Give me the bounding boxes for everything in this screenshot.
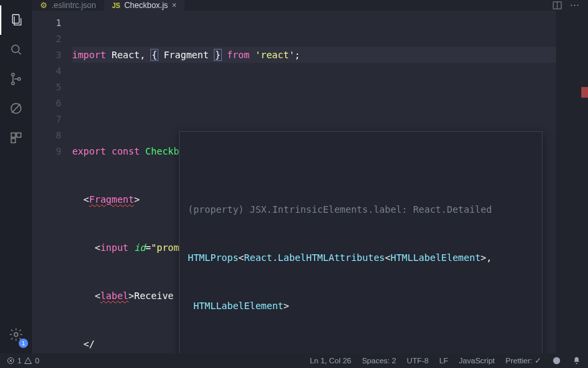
tab-checkbox[interactable]: JS Checkbox.js × (104, 0, 185, 11)
svg-point-11 (571, 5, 572, 6)
source-control-icon[interactable] (0, 64, 32, 94)
error-marker[interactable] (581, 87, 588, 98)
svg-point-9 (14, 333, 18, 337)
hover-tooltip: (property) JSX.IntrinsicElements.label: … (179, 131, 543, 368)
prettier-status[interactable]: Prettier: ✓ (506, 356, 541, 365)
js-icon: JS (112, 2, 120, 9)
code-editor[interactable]: 123456789 import React, { Fragment } fro… (32, 11, 588, 368)
svg-point-3 (11, 82, 14, 84)
update-badge: 1 (19, 339, 28, 348)
language-status[interactable]: JavaScript (459, 357, 495, 365)
editor-area: ⚙ .eslintrc.json JS Checkbox.js × 123456… (32, 0, 588, 353)
code-line (72, 95, 588, 111)
svg-rect-0 (13, 15, 19, 23)
tab-eslintrc[interactable]: ⚙ .eslintrc.json (32, 0, 104, 11)
svg-rect-7 (17, 133, 21, 137)
svg-rect-8 (11, 139, 15, 143)
svg-point-2 (11, 74, 14, 76)
bell-icon[interactable] (572, 356, 581, 365)
close-icon[interactable]: × (172, 1, 176, 10)
search-icon[interactable] (0, 35, 32, 64)
svg-point-1 (12, 45, 19, 53)
settings-gear-icon[interactable]: 1 (0, 320, 32, 349)
status-bar: 1 0 Ln 1, Col 26 Spaces: 2 UTF-8 LF Java… (0, 353, 588, 368)
split-editor-icon[interactable] (552, 0, 563, 11)
problems-status[interactable]: 1 0 (7, 357, 39, 365)
tab-label: Checkbox.js (124, 1, 168, 10)
explorer-icon[interactable] (0, 5, 32, 35)
braces-icon: ⚙ (40, 1, 47, 10)
more-icon[interactable] (569, 0, 580, 11)
svg-point-15 (553, 357, 561, 365)
cursor-position[interactable]: Ln 1, Col 26 (310, 357, 351, 365)
extensions-icon[interactable] (0, 123, 32, 153)
tab-bar: ⚙ .eslintrc.json JS Checkbox.js × (32, 0, 588, 11)
svg-point-13 (577, 5, 579, 6)
hover-signature: (property) JSX.IntrinsicElements.label: … (180, 164, 542, 351)
eol-status[interactable]: LF (439, 357, 448, 365)
encoding-status[interactable]: UTF-8 (407, 357, 429, 365)
indent-status[interactable]: Spaces: 2 (362, 357, 396, 365)
debug-icon[interactable] (0, 94, 32, 123)
activity-bar: 1 (0, 0, 32, 353)
minimap[interactable] (556, 11, 588, 368)
tab-label: .eslintrc.json (51, 1, 96, 10)
feedback-icon[interactable] (552, 356, 561, 365)
svg-rect-6 (11, 133, 15, 137)
line-gutter: 123456789 (32, 11, 72, 368)
svg-point-12 (574, 5, 575, 6)
svg-point-4 (18, 78, 21, 80)
code-line: import React, { Fragment } from 'react'; (72, 47, 588, 63)
